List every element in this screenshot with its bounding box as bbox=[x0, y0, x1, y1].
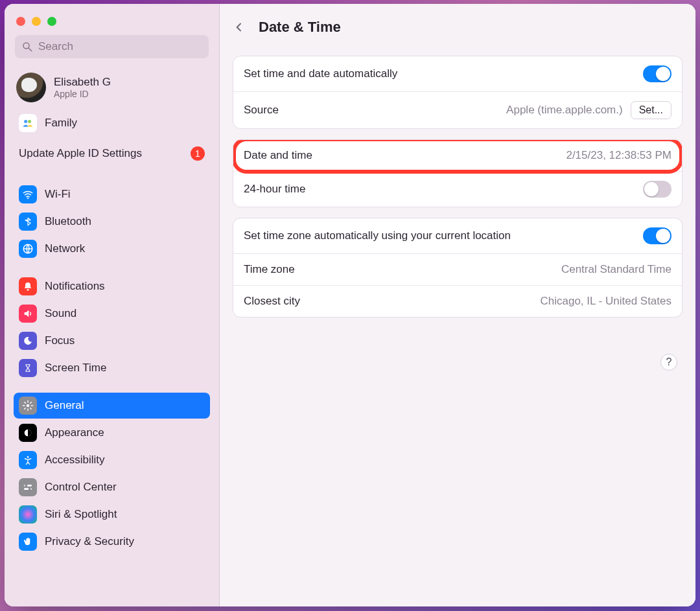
row-label: Source bbox=[244, 104, 279, 117]
titlebar: Date & Time bbox=[220, 4, 695, 51]
row-label: Date and time bbox=[244, 149, 312, 162]
minimize-icon[interactable] bbox=[32, 17, 41, 26]
sliders-icon bbox=[19, 478, 37, 496]
row-time-zone: Time zone Central Standard Time bbox=[233, 253, 682, 285]
svg-point-2 bbox=[24, 120, 27, 123]
row-date-time[interactable]: Date and time 2/15/23, 12:38:53 PM bbox=[233, 140, 682, 171]
account-name: Elisabeth G bbox=[54, 76, 111, 89]
sidebar-item-sound[interactable]: Sound bbox=[14, 301, 210, 327]
svg-point-6 bbox=[27, 289, 29, 291]
row-24hour: 24-hour time bbox=[233, 171, 682, 207]
update-badge: 1 bbox=[191, 146, 205, 161]
toggle-24hour[interactable] bbox=[643, 181, 671, 198]
panel-time: Set time and date automatically Source A… bbox=[233, 56, 682, 129]
hand-icon bbox=[19, 533, 37, 551]
help-label: ? bbox=[666, 356, 672, 368]
svg-point-7 bbox=[27, 404, 30, 408]
svg-point-4 bbox=[27, 198, 29, 199]
svg-point-12 bbox=[25, 484, 27, 487]
toggle-auto-time[interactable] bbox=[643, 65, 671, 82]
sidebar-item-label: Wi-Fi bbox=[45, 188, 71, 201]
row-closest-city: Closest city Chicago, IL - United States bbox=[233, 285, 682, 317]
account-sub: Apple ID bbox=[54, 89, 111, 99]
sidebar-item-label: Bluetooth bbox=[45, 215, 91, 228]
svg-point-13 bbox=[29, 488, 31, 490]
account-row[interactable]: Elisabeth G Apple ID bbox=[11, 70, 213, 109]
moon-icon bbox=[19, 332, 37, 350]
chevron-left-icon bbox=[234, 20, 244, 34]
sidebar-item-label: Screen Time bbox=[45, 362, 106, 375]
zoom-icon[interactable] bbox=[47, 17, 56, 26]
sidebar-item-label: Sound bbox=[45, 307, 76, 320]
page-title: Date & Time bbox=[259, 19, 341, 36]
settings-window: Elisabeth G Apple ID Family Update Apple… bbox=[5, 4, 695, 606]
panel-datetime: Date and time 2/15/23, 12:38:53 PM 24-ho… bbox=[233, 139, 682, 207]
sidebar-item-controlcenter[interactable]: Control Center bbox=[14, 474, 210, 500]
row-label: Time zone bbox=[244, 263, 295, 276]
row-label: Closest city bbox=[244, 295, 300, 308]
city-value: Chicago, IL - United States bbox=[540, 295, 671, 308]
wifi-icon bbox=[19, 185, 37, 203]
toggle-auto-zone[interactable] bbox=[643, 227, 671, 244]
source-value: Apple (time.apple.com.) bbox=[506, 104, 623, 117]
sidebar-item-update-appleid[interactable]: Update Apple ID Settings 1 bbox=[14, 137, 210, 170]
row-auto-time: Set time and date automatically bbox=[233, 56, 682, 91]
date-time-value: 2/15/23, 12:38:53 PM bbox=[566, 149, 671, 162]
sidebar-item-label: Privacy & Security bbox=[45, 535, 134, 548]
sidebar-item-bluetooth[interactable]: Bluetooth bbox=[14, 209, 210, 235]
search-input[interactable] bbox=[38, 40, 202, 53]
bluetooth-icon bbox=[19, 213, 37, 231]
row-label: 24-hour time bbox=[244, 183, 305, 196]
panel-timezone: Set time zone automatically using your c… bbox=[233, 218, 682, 317]
sidebar-item-label: Family bbox=[45, 117, 77, 130]
sidebar-item-privacy[interactable]: Privacy & Security bbox=[14, 529, 210, 555]
sidebar-item-siri[interactable]: Siri & Spotlight bbox=[14, 501, 210, 527]
sidebar-item-appearance[interactable]: Appearance bbox=[14, 420, 210, 446]
hourglass-icon bbox=[19, 359, 37, 377]
sidebar-item-accessibility[interactable]: Accessibility bbox=[14, 447, 210, 473]
avatar bbox=[16, 73, 46, 102]
sidebar-item-general[interactable]: General bbox=[14, 393, 210, 419]
network-icon bbox=[19, 240, 37, 258]
svg-point-3 bbox=[28, 120, 31, 123]
sidebar: Elisabeth G Apple ID Family Update Apple… bbox=[5, 4, 220, 606]
sidebar-item-screentime[interactable]: Screen Time bbox=[14, 355, 210, 381]
set-source-button[interactable]: Set... bbox=[631, 101, 671, 119]
sidebar-item-label: Update Apple ID Settings bbox=[19, 147, 142, 160]
gear-icon bbox=[19, 397, 37, 415]
sidebar-item-wifi[interactable]: Wi-Fi bbox=[14, 181, 210, 207]
window-controls bbox=[11, 13, 213, 35]
svg-line-1 bbox=[29, 48, 32, 51]
family-icon bbox=[19, 114, 37, 132]
sidebar-item-label: Notifications bbox=[45, 280, 105, 293]
sidebar-item-label: Appearance bbox=[45, 426, 104, 439]
svg-point-0 bbox=[23, 43, 29, 49]
main-content: Date & Time Set time and date automatica… bbox=[220, 4, 695, 606]
close-icon[interactable] bbox=[16, 17, 25, 26]
row-label: Set time and date automatically bbox=[244, 67, 397, 80]
help-button[interactable]: ? bbox=[660, 354, 677, 371]
sidebar-item-label: Network bbox=[45, 242, 85, 255]
sidebar-item-notifications[interactable]: Notifications bbox=[14, 273, 210, 299]
row-auto-zone: Set time zone automatically using your c… bbox=[233, 218, 682, 253]
bell-icon bbox=[19, 277, 37, 295]
sidebar-item-label: Accessibility bbox=[45, 454, 105, 467]
sidebar-item-family[interactable]: Family bbox=[14, 110, 210, 136]
sidebar-item-label: General bbox=[45, 399, 84, 412]
search-field[interactable] bbox=[15, 35, 209, 58]
back-button[interactable] bbox=[230, 18, 248, 36]
row-label: Set time zone automatically using your c… bbox=[244, 229, 511, 242]
sidebar-item-label: Control Center bbox=[45, 481, 117, 494]
sidebar-item-label: Focus bbox=[45, 334, 75, 347]
siri-icon bbox=[19, 505, 37, 524]
sidebar-item-network[interactable]: Network bbox=[14, 236, 210, 262]
sidebar-item-label: Siri & Spotlight bbox=[45, 508, 117, 521]
zone-value: Central Standard Time bbox=[561, 263, 671, 276]
sound-icon bbox=[19, 305, 37, 323]
svg-point-9 bbox=[27, 456, 29, 458]
search-icon bbox=[21, 41, 33, 52]
accessibility-icon bbox=[19, 451, 37, 469]
row-source: Source Apple (time.apple.com.) Set... bbox=[233, 91, 682, 128]
sidebar-item-focus[interactable]: Focus bbox=[14, 328, 210, 354]
appearance-icon bbox=[19, 424, 37, 442]
